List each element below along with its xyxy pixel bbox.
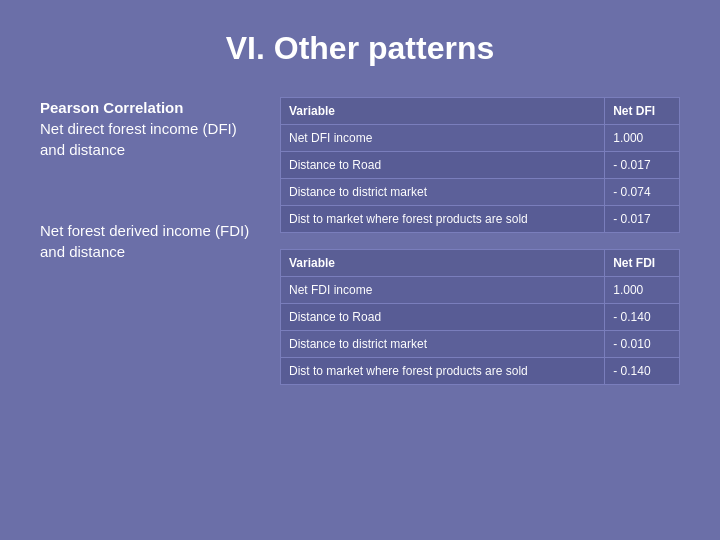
page: VI. Other patterns Pearson Correlation N…: [0, 0, 720, 540]
table-dfi-col-variable: Variable: [281, 98, 605, 125]
table-row: Dist to market where forest products are…: [281, 206, 680, 233]
table-fdi-col-variable: Variable: [281, 250, 605, 277]
cell-fdi-r3-val: - 0.010: [605, 331, 680, 358]
cell-fdi-r2-val: - 0.140: [605, 304, 680, 331]
table-row: Distance to district market - 0.010: [281, 331, 680, 358]
cell-fdi-r4-var: Dist to market where forest products are…: [281, 358, 605, 385]
table-fdi-col-netfdi: Net FDI: [605, 250, 680, 277]
cell-dfi-r3-val: - 0.074: [605, 179, 680, 206]
fdi-description: Net forest derived income (FDI) and dist…: [40, 222, 249, 260]
section-label-fdi: Net forest derived income (FDI) and dist…: [40, 220, 260, 262]
left-panel: Pearson Correlation Net direct forest in…: [40, 97, 260, 262]
section-label-dfi: Pearson Correlation Net direct forest in…: [40, 97, 260, 160]
table-row: Net DFI income 1.000: [281, 125, 680, 152]
cell-dfi-r4-var: Dist to market where forest products are…: [281, 206, 605, 233]
right-panel: Variable Net DFI Net DFI income 1.000 Di…: [280, 97, 680, 385]
cell-dfi-r1-val: 1.000: [605, 125, 680, 152]
table-fdi: Variable Net FDI Net FDI income 1.000 Di…: [280, 249, 680, 385]
cell-fdi-r3-var: Distance to district market: [281, 331, 605, 358]
cell-dfi-r1-var: Net DFI income: [281, 125, 605, 152]
table-row: Distance to district market - 0.074: [281, 179, 680, 206]
table-dfi: Variable Net DFI Net DFI income 1.000 Di…: [280, 97, 680, 233]
cell-dfi-r2-var: Distance to Road: [281, 152, 605, 179]
table-dfi-col-netdfi: Net DFI: [605, 98, 680, 125]
cell-fdi-r1-var: Net FDI income: [281, 277, 605, 304]
table-row: Distance to Road - 0.140: [281, 304, 680, 331]
table-row: Dist to market where forest products are…: [281, 358, 680, 385]
content-area: Pearson Correlation Net direct forest in…: [40, 97, 680, 385]
table-row: Distance to Road - 0.017: [281, 152, 680, 179]
cell-dfi-r4-val: - 0.017: [605, 206, 680, 233]
cell-dfi-r2-val: - 0.017: [605, 152, 680, 179]
cell-fdi-r4-val: - 0.140: [605, 358, 680, 385]
table-row: Net FDI income 1.000: [281, 277, 680, 304]
pearson-label: Pearson Correlation: [40, 99, 183, 116]
page-title: VI. Other patterns: [40, 30, 680, 67]
cell-dfi-r3-var: Distance to district market: [281, 179, 605, 206]
dfi-description: Net direct forest income (DFI) and dista…: [40, 120, 237, 158]
cell-fdi-r1-val: 1.000: [605, 277, 680, 304]
cell-fdi-r2-var: Distance to Road: [281, 304, 605, 331]
